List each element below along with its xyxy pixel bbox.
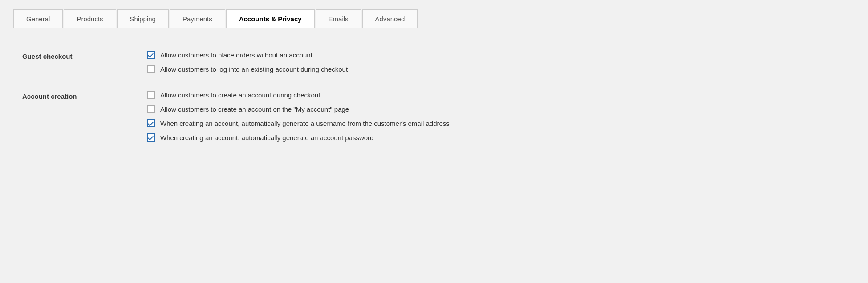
section-label-account-creation: Account creation — [22, 91, 147, 100]
option-row-guest-checkout-allow-login: Allow customers to log into an existing … — [147, 65, 348, 73]
section-options-account-creation: Allow customers to create an account dur… — [147, 91, 450, 142]
section-label-guest-checkout: Guest checkout — [22, 51, 147, 60]
tab-general[interactable]: General — [13, 9, 63, 28]
option-row-account-generate-username: When creating an account, automatically … — [147, 119, 450, 127]
tab-advanced[interactable]: Advanced — [362, 9, 418, 28]
checkbox-account-create-during-checkout[interactable] — [147, 91, 155, 99]
checkbox-account-generate-username[interactable] — [147, 119, 155, 127]
section-guest-checkout: Guest checkoutAllow customers to place o… — [22, 51, 846, 73]
page-container: GeneralProductsShippingPaymentsAccounts … — [0, 0, 868, 283]
option-row-account-create-my-account: Allow customers to create an account on … — [147, 105, 450, 113]
option-row-account-create-during-checkout: Allow customers to create an account dur… — [147, 91, 450, 99]
section-options-guest-checkout: Allow customers to place orders without … — [147, 51, 348, 73]
section-account-creation: Account creationAllow customers to creat… — [22, 91, 846, 142]
tab-shipping[interactable]: Shipping — [117, 9, 169, 28]
tab-payments[interactable]: Payments — [170, 9, 225, 28]
option-text-guest-checkout-allow-orders: Allow customers to place orders without … — [160, 51, 312, 59]
option-row-account-generate-password: When creating an account, automatically … — [147, 133, 450, 142]
checkbox-account-generate-password[interactable] — [147, 133, 155, 142]
checkbox-guest-checkout-allow-login[interactable] — [147, 65, 155, 73]
option-text-account-create-during-checkout: Allow customers to create an account dur… — [160, 91, 320, 99]
checkbox-account-create-my-account[interactable] — [147, 105, 155, 113]
option-text-account-generate-password: When creating an account, automatically … — [160, 134, 373, 142]
tab-bar: GeneralProductsShippingPaymentsAccounts … — [13, 9, 855, 28]
tab-emails[interactable]: Emails — [316, 9, 361, 28]
option-text-account-create-my-account: Allow customers to create an account on … — [160, 105, 349, 113]
option-text-guest-checkout-allow-login: Allow customers to log into an existing … — [160, 65, 348, 73]
tab-accounts-privacy[interactable]: Accounts & Privacy — [226, 9, 315, 28]
tab-products[interactable]: Products — [64, 9, 116, 28]
option-text-account-generate-username: When creating an account, automatically … — [160, 120, 450, 127]
content-area: Guest checkoutAllow customers to place o… — [13, 46, 855, 164]
checkbox-guest-checkout-allow-orders[interactable] — [147, 51, 155, 59]
option-row-guest-checkout-allow-orders: Allow customers to place orders without … — [147, 51, 348, 59]
